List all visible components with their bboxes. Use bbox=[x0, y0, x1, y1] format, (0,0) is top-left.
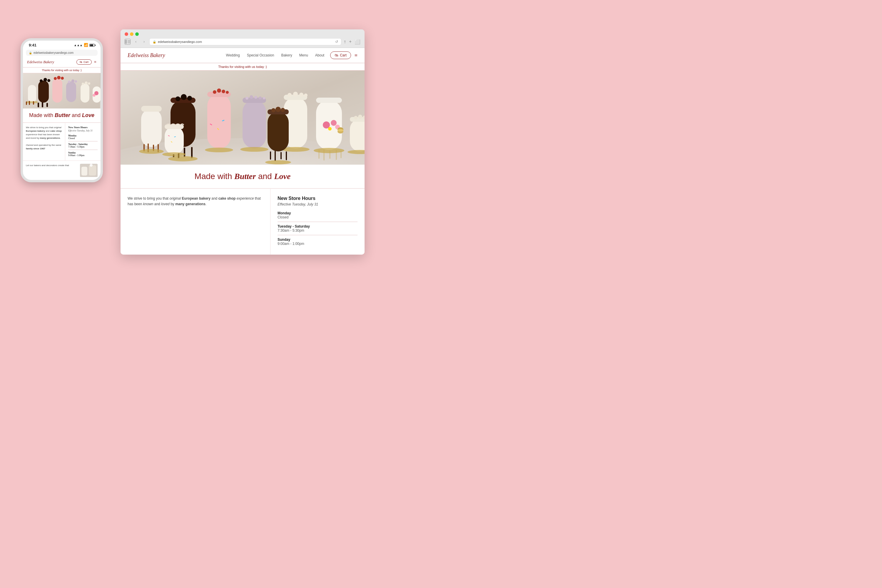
svg-rect-33 bbox=[243, 100, 266, 148]
phone-tue-sat-value: 7:30am - 5:30pm bbox=[68, 146, 98, 148]
svg-point-35 bbox=[246, 97, 248, 100]
phone-hamburger-icon[interactable]: ≡ bbox=[94, 60, 96, 64]
svg-point-46 bbox=[162, 152, 186, 156]
close-button[interactable] bbox=[124, 32, 128, 36]
site-navigation: Edelweiss Bakery Wedding Special Occasio… bbox=[120, 48, 364, 63]
svg-rect-115 bbox=[81, 167, 87, 176]
tabs-icon[interactable]: ⬜ bbox=[355, 39, 360, 45]
cart-button[interactable]: 🛍 Cart bbox=[330, 51, 351, 59]
svg-rect-57 bbox=[274, 151, 276, 161]
phone-body-text: We strive to bring you that original Eur… bbox=[26, 126, 62, 140]
svg-point-49 bbox=[288, 93, 292, 97]
hero-title-and: and bbox=[256, 172, 274, 181]
svg-point-52 bbox=[304, 93, 308, 97]
hero-title-section: Made with Butter and Love bbox=[120, 165, 364, 189]
body-italic1: original bbox=[170, 196, 181, 201]
hamburger-icon[interactable]: ≡ bbox=[355, 52, 357, 58]
browser-right-icons: ↑ + ⬜ bbox=[344, 39, 360, 45]
svg-point-95 bbox=[47, 79, 50, 82]
battery-icon bbox=[89, 44, 94, 47]
nav-wedding[interactable]: Wedding bbox=[226, 53, 240, 57]
svg-rect-87 bbox=[28, 85, 36, 103]
phone-hours-divider bbox=[68, 141, 98, 141]
svg-point-26 bbox=[217, 88, 221, 93]
sidebar-toggle-icon[interactable] bbox=[124, 39, 130, 45]
body-bold3: many generations bbox=[175, 202, 206, 206]
phone-col-left: We strive to bring you that original Eur… bbox=[23, 123, 65, 160]
svg-point-39 bbox=[263, 97, 265, 99]
svg-point-105 bbox=[72, 80, 74, 82]
svg-point-51 bbox=[299, 93, 303, 97]
nav-menu[interactable]: Menu bbox=[299, 53, 308, 57]
cart-icon: 🛍 bbox=[334, 53, 338, 57]
browser-content: Edelweiss Bakery Wedding Special Occasio… bbox=[120, 48, 364, 255]
svg-rect-91 bbox=[33, 101, 34, 105]
svg-point-72 bbox=[338, 129, 344, 131]
wifi-icon: 📶 bbox=[84, 43, 88, 47]
body-text: We strive to bring you that original Eur… bbox=[128, 196, 263, 207]
svg-point-37 bbox=[254, 96, 257, 99]
phone-tue-sat-hours: Tuesday - Saturday 7:30am - 5:30pm bbox=[68, 143, 98, 148]
svg-rect-99 bbox=[52, 78, 62, 103]
svg-point-63 bbox=[265, 160, 291, 164]
new-tab-icon[interactable]: + bbox=[349, 39, 352, 44]
svg-rect-3 bbox=[128, 43, 130, 43]
svg-rect-92 bbox=[38, 81, 49, 103]
body-bold2: cake shop bbox=[219, 196, 236, 201]
minimize-button[interactable] bbox=[130, 32, 134, 36]
nav-special-occasion[interactable]: Special Occasion bbox=[247, 53, 274, 57]
hero-image bbox=[120, 70, 364, 165]
back-button[interactable]: ‹ bbox=[133, 39, 139, 45]
tue-sat-value: 7:30am - 5:30pm bbox=[278, 228, 357, 232]
svg-point-50 bbox=[293, 92, 298, 96]
maximize-button[interactable] bbox=[135, 32, 139, 36]
phone-cart-button[interactable]: 🛍 Cart bbox=[76, 59, 92, 64]
svg-point-106 bbox=[75, 80, 77, 82]
svg-rect-54 bbox=[267, 112, 289, 152]
share-icon[interactable]: ↑ bbox=[344, 39, 346, 44]
svg-rect-90 bbox=[29, 101, 30, 105]
phone-tue-sat-label: Tuesday - Saturday bbox=[68, 143, 98, 146]
phone-sunday-label: Sunday bbox=[68, 152, 98, 154]
nav-bakery[interactable]: Bakery bbox=[281, 53, 292, 57]
nav-about[interactable]: About bbox=[315, 53, 324, 57]
store-hours-title: New Store Hours bbox=[278, 196, 357, 201]
url-bar[interactable]: 🔒 edelweissbakerysandiego.com ↺ bbox=[149, 38, 341, 45]
mobile-phone: 9:41 ▲▲▲ 📶 🔒 edelweissbakerysandiego.com… bbox=[21, 38, 103, 182]
tue-sat-label: Tuesday - Saturday bbox=[278, 224, 357, 228]
svg-point-62 bbox=[281, 108, 285, 112]
monday-value: Closed bbox=[278, 215, 357, 219]
phone-owned-text: Owned and operated by the same family si… bbox=[26, 144, 62, 150]
svg-point-60 bbox=[272, 108, 276, 112]
svg-point-78 bbox=[314, 148, 344, 153]
phone-url-bar[interactable]: 🔒 edelweissbakerysandiego.com bbox=[26, 50, 98, 56]
svg-point-117 bbox=[90, 164, 93, 167]
svg-point-36 bbox=[250, 95, 253, 99]
two-col-section: We strive to bring you that original Eur… bbox=[120, 189, 364, 255]
phone-hero-title-section: Made with Butter and Love bbox=[23, 108, 100, 123]
phone-monday-label: Monday bbox=[68, 134, 98, 137]
phone-hero-title: Made with Butter and Love bbox=[27, 112, 96, 119]
svg-point-108 bbox=[82, 82, 84, 85]
svg-rect-17 bbox=[184, 148, 185, 157]
svg-rect-7 bbox=[141, 106, 162, 112]
phone-sunday-hours: Sunday 9:00am - 1:00pm bbox=[68, 152, 98, 157]
tue-sat-hours: Tuesday - Saturday 7:30am - 5:30pm bbox=[278, 224, 357, 232]
svg-point-110 bbox=[88, 82, 90, 85]
phone-announcement: Thanks for visiting with us today :) bbox=[23, 68, 100, 73]
phone-cart-icon: 🛍 bbox=[80, 61, 82, 63]
body-part1: We strive to bring you that bbox=[128, 196, 170, 201]
body-part6: . bbox=[206, 202, 206, 206]
svg-rect-96 bbox=[38, 103, 39, 107]
svg-point-102 bbox=[61, 77, 64, 80]
phone-bottom-text: Let our bakers and decorators create tha… bbox=[26, 164, 78, 177]
phone-sunday-value: 9:00am - 1:00pm bbox=[68, 154, 98, 157]
reload-icon[interactable]: ↺ bbox=[335, 40, 338, 44]
phone-monday-value: Closed bbox=[68, 137, 98, 140]
phone-nav: Edelweiss Bakery 🛍 Cart ≡ bbox=[23, 57, 100, 68]
body-part4: and bbox=[153, 202, 161, 206]
hero-title-love: Love bbox=[274, 172, 291, 181]
phone-hours-title: New Store Hours bbox=[68, 126, 98, 129]
forward-button[interactable]: › bbox=[141, 39, 147, 45]
phone-logo: Edelweiss Bakery bbox=[27, 60, 54, 64]
